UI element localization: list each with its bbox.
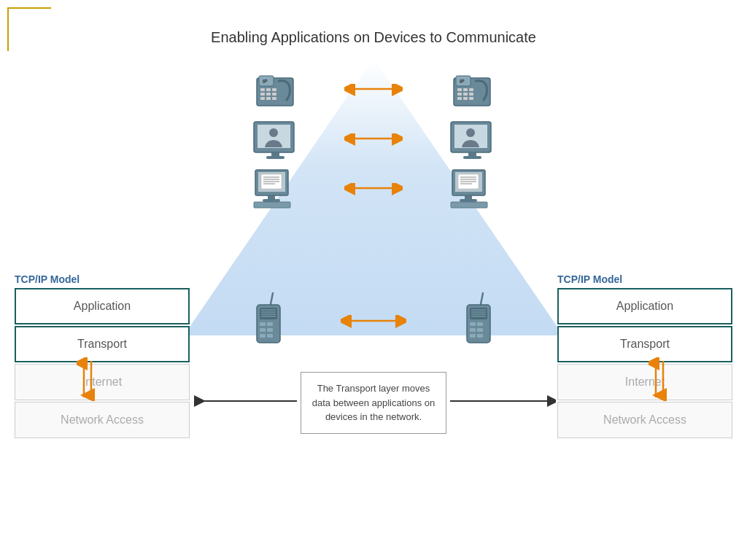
application-layer-right: Application bbox=[557, 288, 732, 324]
walkie-right-icon bbox=[461, 292, 496, 353]
svg-rect-35 bbox=[463, 156, 481, 159]
svg-rect-44 bbox=[263, 199, 280, 202]
svg-point-27 bbox=[269, 128, 278, 137]
svg-rect-45 bbox=[254, 202, 290, 208]
svg-rect-69 bbox=[267, 334, 273, 338]
svg-rect-21 bbox=[469, 93, 473, 96]
svg-rect-17 bbox=[463, 88, 468, 91]
ip-phone-right-icon: IP bbox=[446, 69, 498, 113]
computer-left-icon bbox=[249, 168, 301, 212]
svg-rect-83 bbox=[477, 334, 483, 338]
svg-rect-59 bbox=[260, 308, 277, 319]
svg-rect-56 bbox=[451, 202, 487, 208]
walkie-left-icon bbox=[251, 292, 286, 353]
application-layer-left: Application bbox=[15, 288, 190, 324]
svg-rect-34 bbox=[468, 152, 476, 156]
transport-layer-left: Transport bbox=[15, 326, 190, 362]
network-access-layer-left: Network Access bbox=[15, 402, 190, 438]
svg-rect-78 bbox=[470, 322, 476, 326]
svg-rect-55 bbox=[460, 199, 477, 202]
svg-rect-16 bbox=[457, 88, 462, 91]
svg-point-33 bbox=[466, 128, 475, 137]
svg-rect-81 bbox=[477, 328, 483, 332]
svg-rect-67 bbox=[267, 328, 273, 332]
svg-rect-18 bbox=[469, 88, 473, 91]
page-title: Enabling Applications on Devices to Comm… bbox=[0, 29, 747, 46]
arrow-monitors bbox=[344, 133, 403, 148]
video-monitor-right-icon bbox=[446, 119, 498, 163]
devices-area: IP IP bbox=[228, 62, 519, 218]
svg-text:IP: IP bbox=[263, 79, 268, 84]
svg-rect-64 bbox=[260, 322, 266, 326]
vertical-arrow-right bbox=[649, 357, 670, 401]
vertical-arrow-left bbox=[77, 357, 98, 401]
walkie-row bbox=[251, 292, 496, 353]
svg-rect-20 bbox=[463, 93, 468, 96]
svg-rect-79 bbox=[477, 322, 483, 326]
svg-rect-4 bbox=[266, 88, 271, 91]
svg-rect-73 bbox=[470, 308, 487, 319]
svg-rect-6 bbox=[260, 93, 265, 96]
ip-phone-left-icon: IP bbox=[249, 69, 301, 113]
svg-rect-66 bbox=[260, 328, 266, 332]
transport-description: The Transport layer moves data between a… bbox=[301, 372, 446, 434]
svg-rect-19 bbox=[457, 93, 462, 96]
computer-right-icon bbox=[446, 168, 498, 212]
svg-rect-24 bbox=[469, 97, 473, 100]
svg-rect-29 bbox=[266, 156, 285, 159]
internet-layer-right: Internet bbox=[557, 364, 732, 400]
svg-rect-9 bbox=[260, 97, 265, 100]
arrow-phones bbox=[344, 84, 403, 98]
internet-layer-left: Internet bbox=[15, 364, 190, 400]
tcpip-model-right: TCP/IP Model Application Transport Inter… bbox=[557, 273, 732, 440]
svg-rect-68 bbox=[260, 334, 266, 338]
svg-rect-3 bbox=[260, 88, 265, 91]
video-monitor-left-icon bbox=[249, 119, 301, 163]
svg-rect-22 bbox=[457, 97, 462, 100]
model-label-left: TCP/IP Model bbox=[15, 273, 190, 285]
svg-rect-10 bbox=[266, 97, 271, 100]
svg-rect-7 bbox=[266, 93, 271, 96]
svg-rect-5 bbox=[272, 88, 276, 91]
svg-text:IP: IP bbox=[460, 79, 465, 84]
svg-rect-8 bbox=[272, 93, 276, 96]
transport-arrow-left-to-center bbox=[191, 394, 301, 411]
svg-rect-28 bbox=[271, 152, 279, 156]
svg-rect-82 bbox=[470, 334, 476, 338]
svg-rect-65 bbox=[267, 322, 273, 326]
tcpip-model-left: TCP/IP Model Application Transport Inter… bbox=[15, 273, 190, 440]
svg-rect-11 bbox=[272, 97, 276, 100]
svg-rect-43 bbox=[268, 195, 275, 199]
arrow-walkies bbox=[341, 315, 406, 330]
svg-rect-80 bbox=[470, 328, 476, 332]
transport-arrow-center-to-right bbox=[446, 394, 556, 411]
arrow-computers bbox=[344, 183, 403, 198]
model-label-right: TCP/IP Model bbox=[557, 273, 732, 285]
network-access-layer-right: Network Access bbox=[557, 402, 732, 438]
svg-rect-54 bbox=[465, 195, 472, 199]
transport-layer-right: Transport bbox=[557, 326, 732, 362]
svg-rect-23 bbox=[463, 97, 468, 100]
